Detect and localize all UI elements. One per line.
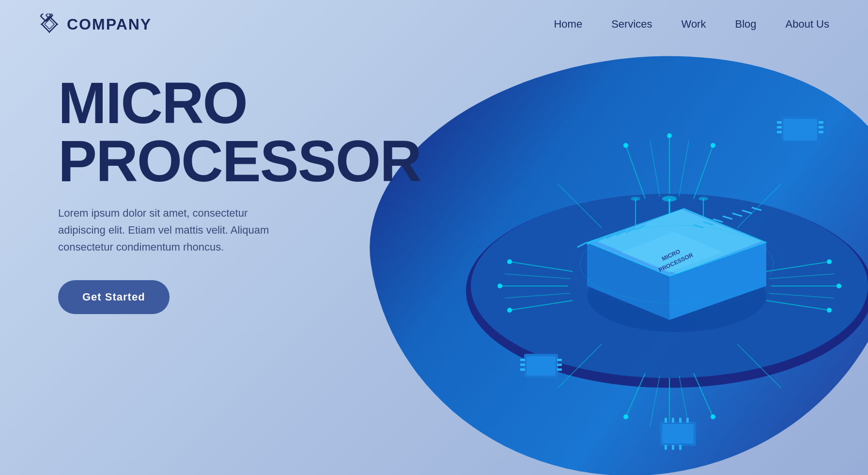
hero-title-line2: PROCESSOR xyxy=(58,128,421,193)
main-nav: Home Services Work Blog About Us xyxy=(554,18,829,31)
svg-point-38 xyxy=(623,414,628,419)
svg-point-34 xyxy=(667,133,672,138)
svg-rect-66 xyxy=(679,418,682,423)
svg-rect-57 xyxy=(777,126,782,128)
svg-line-14 xyxy=(650,141,660,196)
svg-point-76 xyxy=(698,197,708,201)
svg-rect-69 xyxy=(672,445,674,450)
hero-description: Lorem ipsum dolor sit amet, consectetur … xyxy=(58,205,291,256)
svg-rect-68 xyxy=(665,445,667,450)
nav-item-blog[interactable]: Blog xyxy=(735,18,756,31)
svg-rect-47 xyxy=(527,356,556,376)
nav-item-services[interactable]: Services xyxy=(611,18,652,31)
svg-rect-61 xyxy=(819,131,823,133)
nav-item-home[interactable]: Home xyxy=(554,18,582,31)
svg-rect-67 xyxy=(686,418,689,423)
nav-item-work[interactable]: Work xyxy=(682,18,706,31)
svg-rect-70 xyxy=(679,445,682,450)
logo-icon xyxy=(39,14,60,35)
svg-rect-48 xyxy=(520,359,525,361)
cpu-svg: MICRO PROCESSOR xyxy=(413,39,868,475)
nav-item-about[interactable]: About Us xyxy=(786,18,830,31)
svg-point-35 xyxy=(623,143,628,148)
svg-rect-50 xyxy=(520,368,525,371)
svg-rect-49 xyxy=(520,364,525,366)
header: COMPANY Home Services Work Blog About Us xyxy=(0,0,868,35)
svg-point-39 xyxy=(711,414,715,419)
logo-text: COMPANY xyxy=(67,16,152,33)
hero-title-line1: MICRO xyxy=(58,70,247,135)
svg-rect-56 xyxy=(777,121,782,124)
svg-line-13 xyxy=(679,141,689,196)
svg-rect-59 xyxy=(819,121,823,124)
cpu-illustration: MICRO PROCESSOR xyxy=(413,39,868,475)
svg-point-74 xyxy=(662,196,677,202)
svg-line-12 xyxy=(694,145,713,199)
get-started-button[interactable]: Get Started xyxy=(58,280,170,314)
svg-rect-55 xyxy=(783,119,817,141)
svg-rect-51 xyxy=(557,359,562,361)
svg-rect-65 xyxy=(672,418,674,423)
svg-point-40 xyxy=(497,284,502,288)
svg-line-11 xyxy=(626,145,645,199)
svg-point-75 xyxy=(631,197,640,201)
svg-point-42 xyxy=(507,308,512,313)
svg-point-45 xyxy=(827,308,832,313)
svg-point-36 xyxy=(711,143,715,148)
logo-area: COMPANY xyxy=(39,14,152,35)
svg-point-44 xyxy=(827,259,832,264)
svg-rect-60 xyxy=(819,126,823,128)
svg-point-43 xyxy=(837,284,841,288)
svg-rect-63 xyxy=(662,424,694,443)
svg-rect-58 xyxy=(777,131,782,133)
svg-rect-53 xyxy=(557,368,562,371)
svg-rect-52 xyxy=(557,364,562,366)
svg-point-41 xyxy=(507,259,512,264)
svg-rect-64 xyxy=(665,418,667,423)
